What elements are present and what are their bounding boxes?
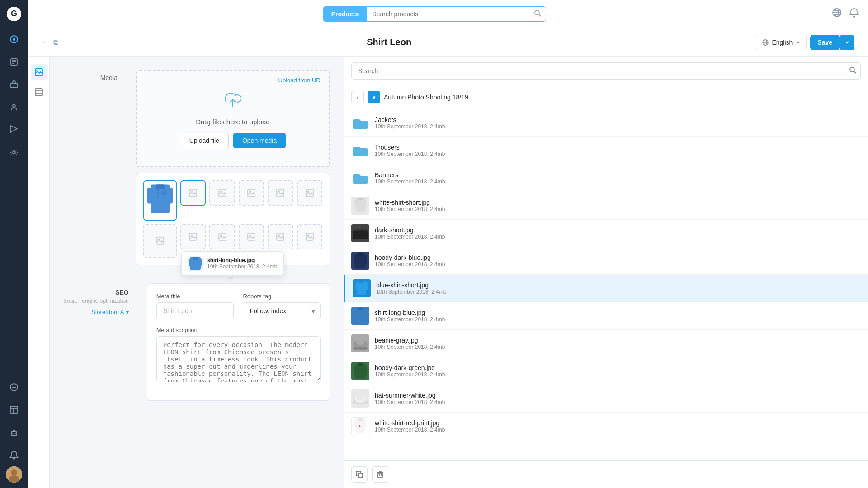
file-beanie-gray-meta: 10th September 2018, 2,4mb <box>375 344 861 350</box>
svg-rect-45 <box>157 192 159 194</box>
svg-rect-70 <box>277 233 284 240</box>
svg-rect-88 <box>359 281 364 283</box>
upload-from-url-link[interactable]: Upload from URL <box>278 77 324 84</box>
media-file-list: Jackets 10th September 2018, 2,4mb Trous… <box>344 109 868 460</box>
open-media-button[interactable]: Open media <box>233 133 286 148</box>
breadcrumb-folder-button[interactable]: ▾ <box>368 91 380 103</box>
file-thumb-blue-shirt-short <box>353 279 371 297</box>
image-cell-7[interactable]: shirt-long-blue.jpg 10th September 2018,… <box>180 224 206 249</box>
image-cell-6[interactable] <box>143 224 177 258</box>
svg-rect-64 <box>189 259 193 266</box>
svg-rect-56 <box>306 189 313 197</box>
file-item-hat-summer-white[interactable]: hat-summer-white.jpg 10th September 2018… <box>344 385 868 413</box>
media-panel: Media ✕ ‹ ▾ Autumn Photo Shooting 18/19 … <box>344 28 868 488</box>
notification-topnav-icon[interactable] <box>849 8 859 20</box>
folder-item-jackets[interactable]: Jackets 10th September 2018, 2,4mb <box>344 109 868 137</box>
file-thumb-hat-summer-white <box>351 389 369 408</box>
folder-icon-banners <box>351 169 369 187</box>
breadcrumb-back-button[interactable]: ‹ <box>351 91 364 103</box>
image-cell-5[interactable] <box>297 180 322 206</box>
file-item-white-shirt-red-print[interactable]: ★ white-shirt-red-print.jpg 10th Septemb… <box>344 413 868 440</box>
file-thumb-shirt-long-blue <box>351 307 369 325</box>
robots-tag-select[interactable]: Follow, index Nofollow, noindex <box>243 302 321 319</box>
svg-rect-82 <box>361 229 366 231</box>
sidebar-plugin-icon[interactable] <box>5 423 24 442</box>
file-item-beanie-gray[interactable]: beanie-gray.jpg 10th September 2018, 2,4… <box>344 330 868 357</box>
sidebar-users-icon[interactable] <box>5 98 24 117</box>
file-item-hoody-dark-blue[interactable]: hoody-dark-blue.jpg 10th September 2018,… <box>344 247 868 275</box>
image-cell-11[interactable] <box>297 224 322 249</box>
image-cell-4[interactable] <box>268 180 293 206</box>
media-copy-button[interactable] <box>351 466 368 483</box>
media-delete-button[interactable] <box>372 466 388 483</box>
sidebar-products-icon[interactable] <box>5 75 24 94</box>
svg-point-3 <box>13 38 15 41</box>
svg-point-55 <box>278 191 280 192</box>
media-search-input[interactable] <box>351 62 861 80</box>
svg-rect-52 <box>248 189 255 197</box>
file-blue-shirt-short-meta: 10th September 2018, 2,4mb <box>376 289 861 295</box>
svg-point-35 <box>37 70 38 71</box>
meta-desc-textarea[interactable] <box>156 336 321 382</box>
file-item-blue-shirt-short[interactable]: blue-shirt-short.jpg 10th September 2018… <box>344 275 868 302</box>
svg-rect-81 <box>355 229 359 231</box>
tooltip-thumb <box>188 256 203 271</box>
folder-item-banners[interactable]: Banners 10th September 2018, 2,4mb <box>344 164 868 192</box>
layout-view-button[interactable] <box>31 84 47 100</box>
svg-rect-36 <box>35 89 42 96</box>
seo-storefront[interactable]: Storefrtont A ▾ <box>63 308 129 316</box>
user-avatar[interactable] <box>6 466 22 483</box>
image-cell-0[interactable] <box>143 180 177 221</box>
file-item-dark-short[interactable]: dark-short.jpg 10th September 2018, 2,4m… <box>344 220 868 247</box>
meta-title-input[interactable] <box>156 302 234 319</box>
folder-banners-name: Banners <box>375 171 861 178</box>
sidebar-notification-icon[interactable] <box>5 446 24 465</box>
image-cell-1[interactable] <box>180 180 206 206</box>
sidebar-pages-icon[interactable] <box>5 52 24 71</box>
svg-rect-85 <box>354 255 357 264</box>
image-cell-10[interactable] <box>268 224 293 249</box>
sidebar-settings-icon[interactable] <box>5 143 24 162</box>
tooltip-filename: shirt-long-blue.jpg <box>207 257 277 263</box>
svg-marker-10 <box>11 126 17 132</box>
folder-item-trousers[interactable]: Trousers 10th September 2018, 2,4mb <box>344 137 868 164</box>
svg-point-71 <box>278 235 280 236</box>
svg-rect-101 <box>363 366 367 375</box>
file-dark-short-name: dark-short.jpg <box>375 226 861 234</box>
header-actions: English Save <box>756 35 854 50</box>
language-selector[interactable]: English <box>756 35 807 50</box>
file-dark-short-meta: 10th September 2018, 2,4mb <box>375 234 861 240</box>
svg-rect-97 <box>353 347 368 350</box>
sidebar-dashboard-icon[interactable] <box>5 30 24 49</box>
globe-icon[interactable] <box>832 8 842 20</box>
file-item-shirt-long-blue[interactable]: shirt-long-blue.jpg 10th September 2018,… <box>344 302 868 330</box>
file-item-white-shirt-short[interactable]: white-shirt-short.jpg 10th September 201… <box>344 192 868 220</box>
media-breadcrumb: ‹ ▾ Autumn Photo Shooting 18/19 <box>344 85 868 109</box>
upload-cloud-icon <box>146 89 320 113</box>
svg-rect-111 <box>378 473 382 478</box>
sidebar-add-icon[interactable] <box>5 378 24 397</box>
svg-rect-43 <box>166 188 173 204</box>
image-cell-3[interactable] <box>239 180 264 206</box>
robots-select-wrapper: Follow, index Nofollow, noindex ▾ <box>243 302 321 319</box>
seo-section: SEO Search engine optimization Storefrto… <box>63 283 330 401</box>
product-search-input[interactable] <box>367 7 529 21</box>
save-dropdown-button[interactable] <box>840 35 854 50</box>
sidebar-campaigns-icon[interactable] <box>5 120 24 139</box>
file-item-hoody-dark-green[interactable]: hoody-dark-green.jpg 10th September 2018… <box>344 357 868 385</box>
svg-rect-60 <box>189 233 197 240</box>
media-view-button[interactable] <box>31 64 47 80</box>
svg-rect-79 <box>363 200 367 207</box>
image-cell-2[interactable] <box>209 180 235 206</box>
svg-rect-68 <box>248 233 255 240</box>
upload-file-button[interactable]: Upload file <box>180 133 229 148</box>
save-main-button[interactable]: Save <box>810 35 840 50</box>
sidebar-table-icon[interactable] <box>5 400 24 419</box>
media-panel-search-area <box>344 57 868 85</box>
app-logo[interactable]: G <box>0 0 28 28</box>
svg-rect-66 <box>219 233 226 240</box>
image-cell-8[interactable] <box>209 224 235 249</box>
main-content: Media Upload from URL Drag files here to… <box>50 57 344 488</box>
products-tab[interactable]: Products <box>323 7 367 21</box>
image-cell-9[interactable] <box>239 224 264 249</box>
